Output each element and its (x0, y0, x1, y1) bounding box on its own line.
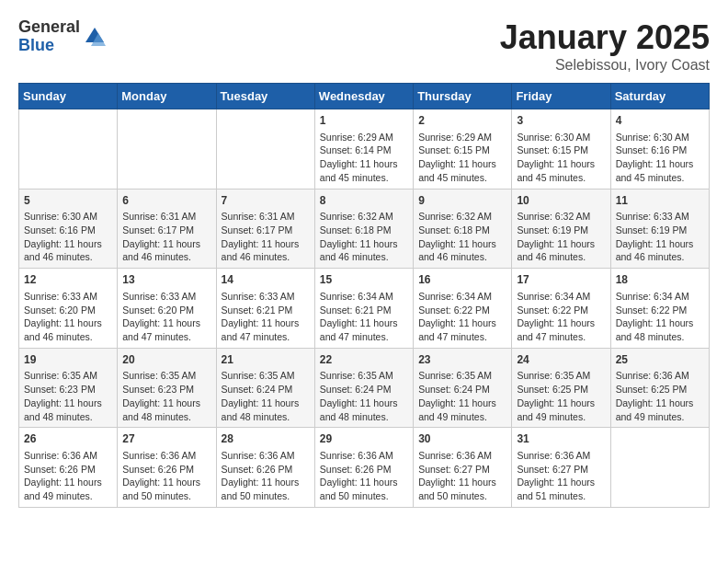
day-number: 23 (418, 352, 506, 368)
day-of-week-header: Sunday (19, 84, 118, 109)
day-info: Sunrise: 6:33 AM (24, 290, 112, 304)
calendar-table: SundayMondayTuesdayWednesdayThursdayFrid… (18, 83, 710, 508)
day-info: Sunrise: 6:34 AM (616, 290, 704, 304)
day-info: Daylight: 11 hours and 46 minutes. (222, 237, 310, 264)
calendar-cell: 12Sunrise: 6:33 AMSunset: 6:20 PMDayligh… (19, 269, 118, 349)
day-info: Sunset: 6:24 PM (320, 383, 408, 396)
day-info: Sunset: 6:20 PM (122, 304, 210, 317)
day-number: 29 (320, 431, 408, 447)
day-info: Sunset: 6:21 PM (222, 304, 310, 317)
day-info: Sunrise: 6:29 AM (418, 131, 506, 144)
day-info: Daylight: 11 hours and 46 minutes. (616, 237, 704, 264)
day-number: 15 (320, 272, 408, 288)
day-info: Sunrise: 6:32 AM (418, 210, 506, 224)
day-info: Sunrise: 6:34 AM (517, 290, 605, 304)
day-info: Daylight: 11 hours and 48 minutes. (616, 316, 704, 343)
day-number: 2 (418, 113, 506, 129)
title-block: January 2025 Selebissou, Ivory Coast (500, 18, 710, 74)
day-info: Sunset: 6:27 PM (517, 463, 605, 477)
day-info: Sunset: 6:18 PM (320, 224, 408, 237)
calendar-cell: 22Sunrise: 6:35 AMSunset: 6:24 PMDayligh… (314, 348, 413, 428)
day-number: 9 (418, 193, 506, 209)
day-info: Daylight: 11 hours and 46 minutes. (418, 237, 506, 264)
day-number: 19 (24, 352, 112, 368)
calendar-cell: 15Sunrise: 6:34 AMSunset: 6:21 PMDayligh… (314, 269, 413, 349)
calendar-cell: 19Sunrise: 6:35 AMSunset: 6:23 PMDayligh… (19, 348, 118, 428)
day-info: Sunrise: 6:36 AM (616, 369, 704, 383)
day-number: 21 (222, 352, 310, 368)
day-info: Sunset: 6:22 PM (418, 304, 506, 317)
day-info: Daylight: 11 hours and 46 minutes. (122, 237, 210, 264)
calendar-cell: 20Sunrise: 6:35 AMSunset: 6:23 PMDayligh… (118, 348, 216, 428)
day-info: Sunset: 6:26 PM (222, 463, 310, 477)
day-info: Daylight: 11 hours and 50 minutes. (122, 476, 210, 502)
day-number: 14 (222, 272, 310, 288)
day-info: Sunset: 6:16 PM (616, 144, 704, 157)
day-info: Daylight: 11 hours and 49 minutes. (24, 476, 112, 502)
day-number: 17 (517, 272, 605, 288)
day-info: Sunset: 6:18 PM (418, 224, 506, 237)
calendar-cell: 18Sunrise: 6:34 AMSunset: 6:22 PMDayligh… (610, 269, 709, 349)
logo-general-text: General (18, 18, 80, 37)
day-info: Daylight: 11 hours and 50 minutes. (222, 476, 310, 502)
day-info: Sunrise: 6:33 AM (616, 210, 704, 224)
day-number: 25 (616, 352, 704, 368)
day-info: Daylight: 11 hours and 49 minutes. (616, 396, 704, 423)
day-number: 8 (320, 193, 408, 209)
calendar-week-row: 19Sunrise: 6:35 AMSunset: 6:23 PMDayligh… (19, 348, 710, 428)
day-of-week-header: Saturday (610, 84, 709, 109)
day-info: Sunset: 6:17 PM (122, 224, 210, 237)
day-info: Daylight: 11 hours and 50 minutes. (418, 476, 506, 502)
day-number: 7 (222, 193, 310, 209)
day-number: 28 (222, 431, 310, 447)
day-info: Sunrise: 6:31 AM (122, 210, 210, 224)
calendar-cell: 13Sunrise: 6:33 AMSunset: 6:20 PMDayligh… (118, 269, 216, 349)
day-info: Sunrise: 6:34 AM (418, 290, 506, 304)
day-info: Sunset: 6:27 PM (418, 463, 506, 477)
day-info: Daylight: 11 hours and 47 minutes. (517, 316, 605, 343)
day-info: Daylight: 11 hours and 47 minutes. (418, 316, 506, 343)
day-info: Sunset: 6:22 PM (517, 304, 605, 317)
day-info: Sunset: 6:25 PM (517, 383, 605, 396)
day-info: Sunrise: 6:30 AM (24, 210, 112, 224)
day-info: Daylight: 11 hours and 47 minutes. (320, 316, 408, 343)
calendar-cell: 23Sunrise: 6:35 AMSunset: 6:24 PMDayligh… (414, 348, 512, 428)
calendar-cell: 6Sunrise: 6:31 AMSunset: 6:17 PMDaylight… (118, 189, 216, 269)
day-number: 6 (122, 193, 210, 209)
day-info: Daylight: 11 hours and 48 minutes. (320, 396, 408, 423)
day-info: Daylight: 11 hours and 46 minutes. (320, 237, 408, 264)
day-info: Sunset: 6:20 PM (24, 304, 112, 317)
day-info: Sunrise: 6:30 AM (517, 131, 605, 144)
calendar-week-row: 12Sunrise: 6:33 AMSunset: 6:20 PMDayligh… (19, 269, 710, 349)
calendar-cell: 21Sunrise: 6:35 AMSunset: 6:24 PMDayligh… (216, 348, 314, 428)
day-info: Daylight: 11 hours and 46 minutes. (24, 237, 112, 264)
day-info: Daylight: 11 hours and 46 minutes. (24, 316, 112, 343)
calendar-cell: 10Sunrise: 6:32 AMSunset: 6:19 PMDayligh… (512, 189, 610, 269)
calendar-cell: 31Sunrise: 6:36 AMSunset: 6:27 PMDayligh… (512, 428, 610, 508)
day-info: Sunrise: 6:36 AM (222, 449, 310, 463)
day-info: Sunset: 6:23 PM (24, 383, 112, 396)
day-of-week-header: Tuesday (216, 84, 314, 109)
calendar-cell (610, 428, 709, 508)
calendar-cell: 8Sunrise: 6:32 AMSunset: 6:18 PMDaylight… (314, 189, 413, 269)
day-number: 18 (616, 272, 704, 288)
day-of-week-header: Friday (512, 84, 610, 109)
logo-blue-text: Blue (18, 37, 80, 55)
day-info: Sunrise: 6:32 AM (517, 210, 605, 224)
calendar-cell: 5Sunrise: 6:30 AMSunset: 6:16 PMDaylight… (19, 189, 118, 269)
day-info: Daylight: 11 hours and 48 minutes. (222, 396, 310, 423)
day-number: 20 (122, 352, 210, 368)
day-number: 11 (616, 193, 704, 209)
logo-icon (82, 24, 108, 50)
day-of-week-header: Monday (118, 84, 216, 109)
day-of-week-header: Thursday (414, 84, 512, 109)
day-info: Sunset: 6:17 PM (222, 224, 310, 237)
calendar-cell: 2Sunrise: 6:29 AMSunset: 6:15 PMDaylight… (414, 109, 512, 190)
day-info: Daylight: 11 hours and 50 minutes. (320, 476, 408, 502)
day-info: Sunset: 6:26 PM (24, 463, 112, 477)
calendar-cell: 1Sunrise: 6:29 AMSunset: 6:14 PMDaylight… (314, 109, 413, 190)
day-info: Daylight: 11 hours and 49 minutes. (517, 396, 605, 423)
day-info: Sunset: 6:24 PM (222, 383, 310, 396)
day-info: Sunset: 6:23 PM (122, 383, 210, 396)
day-info: Sunset: 6:15 PM (517, 144, 605, 157)
